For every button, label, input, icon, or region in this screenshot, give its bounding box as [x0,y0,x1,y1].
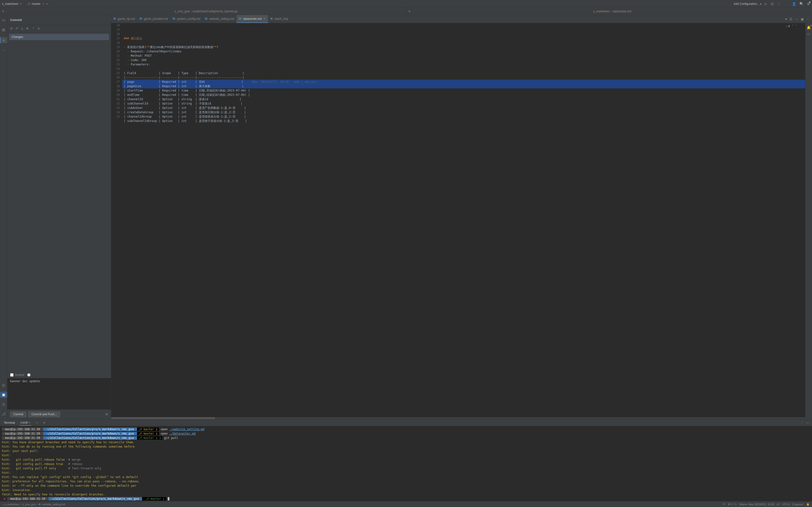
commit-panel-header: Commit [7,15,111,25]
file-tab[interactable]: M↓website_setting.md [203,15,237,23]
code-body[interactable]: ⚠ 8 ˆ ˇ ### 接口定义- 渠道统计报表(**通过cms账户中的渠道限制… [122,23,805,417]
title-bar: s_markdown ▾ ⎇ master ↙ ▾ Add Configurat… [0,0,812,8]
markdown-icon: M↓ [270,17,273,20]
encoding[interactable]: UTF-8 [782,503,790,506]
chevron-down-icon[interactable]: ▾ [20,2,21,5]
structure-tool-icon[interactable]: ⌘ [0,27,7,33]
commit-tool-icon[interactable]: ○ [0,37,7,43]
file-tab[interactable]: M↓batch_imp [268,15,291,23]
search-icon[interactable]: 🔍 [800,2,804,6]
close-editor-icon[interactable]: ✕ [0,10,6,13]
preview-icon[interactable]: ▣ [801,17,804,21]
commit-and-push-button[interactable]: Commit and Push... [28,411,60,417]
terminal-more-icon[interactable]: ⋮ [800,421,803,425]
git-tool-icon[interactable]: ⎇ [0,411,7,417]
branch-icon[interactable]: ⎇ [27,2,30,6]
code-with-me-icon[interactable]: 👤 [792,2,796,6]
new-session-icon[interactable]: + [35,421,39,425]
status-bar: ▫ s_markdown › s_cms_gva › M↓ website_se… [0,501,812,507]
markdown-icon: M↓ [173,17,176,20]
terminal-output[interactable]: mac@ip-192-168-31-39 ~/iCollections/Coll… [0,426,812,501]
line-separator[interactable]: LF [777,503,780,506]
services-icon[interactable]: ◎ [0,382,7,388]
readonly-lock-icon[interactable]: 🔒 [806,503,810,506]
editor-view-icon[interactable]: ☰ [789,17,793,21]
minimize-icon[interactable]: — [806,421,809,425]
close-tab-icon[interactable]: ✕ [263,17,266,20]
problems-tool-icon[interactable]: ① [0,401,7,407]
more-icon[interactable]: ⋮ [777,2,780,6]
file-tab-active[interactable]: M↓datacenter.md✕ [237,15,268,23]
right-gutter-bar: 🔔 ▭ [805,23,812,417]
commit-toolbar: ⟳ ↶ ± 👁 ⌃ ✕ [7,25,111,32]
changes-node[interactable]: Changes [9,34,109,40]
refresh-icon[interactable]: ⟳ [10,27,13,31]
tab-dropdown-icon[interactable]: ▾ [785,17,787,21]
project-tool-icon[interactable]: ▭ [0,17,7,23]
terminal-tab[interactable]: Terminal [3,421,16,425]
git-ahead-behind[interactable]: ⊕ 1↑ 1↓ [728,503,737,506]
diff-icon[interactable]: ± [21,27,23,31]
more-icon[interactable]: ⋮ [806,17,810,21]
close-editor-icon[interactable]: ✕ [406,10,412,13]
breadcrumb-folder-icon: ▫ [2,503,3,506]
terminal-tool-icon[interactable]: ▣ [0,392,7,398]
commit-panel: Commit ⟳ ↶ ± 👁 ⌃ ✕ Changes Amend 🕓 banne… [7,15,111,419]
project-name[interactable]: s_markdown [2,2,18,6]
notifications-icon[interactable]: 🔔 [806,25,812,30]
run-icon[interactable]: ▷ [765,2,767,6]
breadcrumb[interactable]: website_setting.md [42,503,65,506]
close-icon[interactable]: ✕ [38,27,40,31]
terminal-session-tab[interactable]: Local ✕ [19,421,31,426]
progress-icon[interactable]: ⟳ [723,503,725,506]
collapse-icon[interactable]: ⌃ [32,27,35,31]
markdown-icon: M↓ [205,17,208,20]
editor-group-title: s_markdown – datacenter.md [412,10,812,13]
close-session-icon[interactable]: ✕ [28,421,30,424]
branch-name[interactable]: master [32,2,41,6]
breadcrumb[interactable]: s_markdown [4,503,19,506]
blame-info[interactable]: Blame: Max 2023/8/21, 18:20 [740,503,774,506]
debug-icon[interactable]: ⌬ [771,2,773,6]
commit-message-input[interactable]: banner doc update [7,378,111,409]
run-config-selector[interactable]: Add Configuration... ▾ [734,2,761,6]
markdown-icon: M↓ [140,17,143,20]
line-gutter: 1415161718192021222324252627282930313233… [111,23,122,417]
eye-icon[interactable]: 👁 [26,27,29,31]
indent-setting[interactable]: 2 spaces* [792,503,804,506]
history-icon[interactable]: 🕓 [27,373,31,377]
activity-bar: ▭ ⌘ ○ ⋯ ◎ ▣ ① ⎇ [0,15,7,419]
session-dropdown-icon[interactable]: ▾ [43,421,46,425]
file-tab[interactable]: M↓system_config.md [170,15,203,23]
amend-label: Amend [15,373,24,377]
markdown-icon: M↓ [114,17,117,20]
file-tab-bar: M↓game_rtp.md M↓game_provider.md M↓syste… [111,15,812,23]
split-view-icon[interactable]: ⫟ [795,17,798,21]
breadcrumb[interactable]: s_cms_gva [22,503,36,506]
editor-group-title: s_cms_gva – model/webConfig/home_banner.… [6,10,406,13]
horizontal-scrollbar[interactable] [111,417,812,419]
warning-icon: ⚠ [785,24,788,29]
editor-split-tabs: ✕ s_cms_gva – model/webConfig/home_banne… [0,8,812,15]
file-tab[interactable]: M↓game_provider.md [137,15,170,23]
markdown-icon: M↓ [239,17,242,20]
commit-settings-icon[interactable]: ⚙ [105,412,108,416]
rollback-icon[interactable]: ↶ [16,27,18,31]
markdown-icon: M↓ [39,503,41,506]
inspection-summary[interactable]: ⚠ 8 ˆ ˇ [785,24,797,29]
file-tab[interactable]: M↓game_rtp.md [111,15,137,23]
terminal-panel: Terminal Local ✕ + ▾ ⋮ — mac@ip-192-168-… [0,419,812,501]
amend-checkbox[interactable] [10,373,13,377]
settings-icon[interactable]: ⚙ [807,2,810,6]
vcs-update-icon[interactable]: ↙ [43,2,45,5]
more-tool-icon[interactable]: ⋯ [0,47,7,53]
bookmark-icon[interactable]: ▭ [806,32,812,36]
editor-panel: M↓game_rtp.md M↓game_provider.md M↓syste… [111,15,812,419]
chevron-down-icon[interactable]: ▾ [46,2,48,5]
commit-button[interactable]: Commit [10,411,27,417]
